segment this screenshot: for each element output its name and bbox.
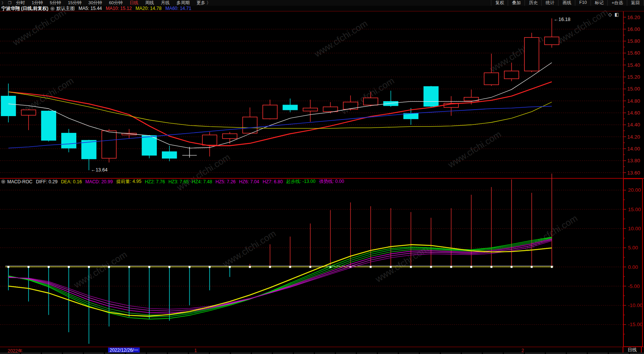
candle-down[interactable]	[41, 111, 56, 141]
indicator-axis-label: 0.00	[628, 264, 638, 270]
candle-up[interactable]	[303, 108, 318, 111]
indicator-label-row: ⌄ MACD-ROCDIFF: 0.29DEA: 0.16MACD: 20.99…	[1, 179, 347, 184]
price-axis-label: 15.00	[627, 86, 640, 92]
ma-line-MA60	[8, 106, 552, 148]
candle-up[interactable]	[363, 98, 378, 105]
zero-line-marker	[470, 266, 472, 268]
zero-line-marker	[430, 266, 432, 268]
indicator-axis-label: -15.00	[628, 322, 642, 327]
price-axis-label: 14.00	[627, 146, 640, 152]
indicator-value: HZ5: 7.26	[216, 179, 236, 184]
zero-line-marker	[68, 266, 70, 268]
bottom-segment-strip	[0, 352, 644, 354]
watermark: www.cfchi.com	[71, 249, 129, 290]
zero-line-marker	[189, 266, 190, 268]
zero-line-marker	[511, 266, 513, 268]
zero-line-marker	[289, 266, 291, 268]
price-axis-label: 14.80	[627, 98, 640, 104]
candle-down[interactable]	[142, 136, 157, 155]
candle-up[interactable]	[504, 71, 519, 79]
watermark: www.cfchi.com	[312, 18, 369, 59]
indicator-axis-label: 10.00	[628, 226, 641, 231]
candlestick-chart-canvas[interactable]: www.cfchi.comwww.cfchi.comwww.cfchi.comw…	[0, 0, 644, 354]
chart-corner-icons: ◇◧	[608, 12, 619, 17]
indicator-value: DEA: 0.16	[61, 179, 82, 184]
candle-up[interactable]	[21, 110, 36, 115]
status-bar: 2022年 2022/12/26/一 1 2 日线	[0, 347, 644, 354]
corner-icon-1[interactable]: ◧	[615, 12, 619, 17]
zero-line-marker	[48, 266, 50, 268]
zero-line-marker	[249, 266, 251, 268]
candle-up[interactable]	[484, 73, 499, 85]
price-annotation: ←16.18	[554, 17, 570, 22]
candle-down[interactable]	[82, 140, 96, 159]
ma-line-MA5	[8, 63, 552, 148]
zero-line-marker	[551, 266, 553, 268]
price-axis-label: 16.20	[627, 15, 640, 20]
indicator-axis-label: 20.00	[628, 187, 641, 193]
watermark: www.cfchi.com	[552, 6, 610, 48]
price-axis-label: 15.40	[627, 62, 640, 68]
watermark: www.cfchi.com	[220, 228, 278, 269]
zero-line-marker	[88, 266, 90, 268]
zero-line-marker	[410, 266, 412, 268]
zero-line-marker	[148, 266, 150, 268]
indicator-axis-label: -10.00	[628, 302, 642, 308]
price-axis-label: 14.20	[627, 134, 640, 140]
indicator-value: HZ2: 7.76	[145, 179, 165, 184]
candle-up[interactable]	[202, 135, 217, 145]
indicator-axis-label: 5.00	[628, 245, 638, 251]
candle-down[interactable]	[404, 113, 418, 119]
candle-up[interactable]	[544, 37, 559, 45]
chevron-down-circle-icon[interactable]: ⌄	[1, 179, 5, 184]
watermark: www.cfchi.com	[174, 152, 232, 193]
candle-down[interactable]	[283, 105, 297, 110]
indicator-value: HZ4: 7.48	[192, 179, 212, 184]
candle-up[interactable]	[243, 117, 257, 133]
corner-icon-0[interactable]: ◇	[608, 12, 612, 17]
zero-line-marker	[309, 266, 311, 268]
candle-up[interactable]	[343, 102, 358, 109]
zero-line-marker	[229, 266, 231, 268]
candle-down[interactable]	[424, 87, 438, 107]
candle-up[interactable]	[102, 131, 116, 158]
price-annotation: ←13.64	[91, 167, 108, 173]
zero-line-marker	[450, 266, 452, 268]
zero-line-marker	[370, 266, 371, 268]
indicator-axis-label: -5.00	[628, 283, 640, 289]
indicator-value: MACD: 20.99	[85, 179, 113, 184]
zero-line-marker	[108, 266, 110, 268]
watermark: www.cfchi.com	[10, 6, 68, 48]
zero-line-marker	[390, 266, 392, 268]
price-axis-label: 15.60	[627, 50, 640, 56]
indicator-value: HZ3: 7.65	[168, 179, 189, 184]
zero-line-marker	[531, 266, 533, 268]
app-window: 》 ❐ 分时1分钟5分钟15分钟30分钟60分钟日线周线月线多周期更多 〉 复权…	[0, 0, 644, 354]
indicator-value: MACD-ROC	[7, 179, 32, 184]
watermark: www.cfchi.com	[339, 75, 396, 116]
candle-up[interactable]	[223, 134, 237, 139]
candle-up[interactable]	[323, 107, 338, 112]
price-axis-label: 14.40	[627, 122, 640, 128]
price-axis-label: 15.80	[627, 38, 640, 44]
watermark: www.cfchi.com	[445, 129, 503, 170]
zero-line-marker	[8, 266, 10, 268]
candle-down[interactable]	[384, 102, 398, 106]
candle-up[interactable]	[525, 37, 539, 71]
indicator-value: 强势线: 0.00	[319, 178, 344, 185]
indicator-value: 提前量: 4.95	[116, 178, 141, 185]
candle-down[interactable]	[162, 152, 177, 158]
ma-line-MA10	[8, 82, 552, 145]
indicator-value: 起步线: -13.00	[286, 178, 316, 185]
candle-up[interactable]	[263, 105, 277, 119]
candle-down[interactable]	[61, 133, 76, 148]
indicator-value: HZ7: 6.80	[263, 179, 283, 184]
price-axis-label: 13.60	[627, 170, 640, 176]
selected-date-label[interactable]: 2022/12/26/一	[108, 348, 140, 353]
zero-line-marker	[27, 266, 29, 268]
zero-line-marker	[491, 266, 492, 268]
zero-line-marker	[269, 266, 271, 268]
indicator-value: DIFF: 0.29	[36, 179, 58, 184]
candle-down[interactable]	[1, 96, 16, 116]
zero-line-marker	[168, 266, 170, 268]
